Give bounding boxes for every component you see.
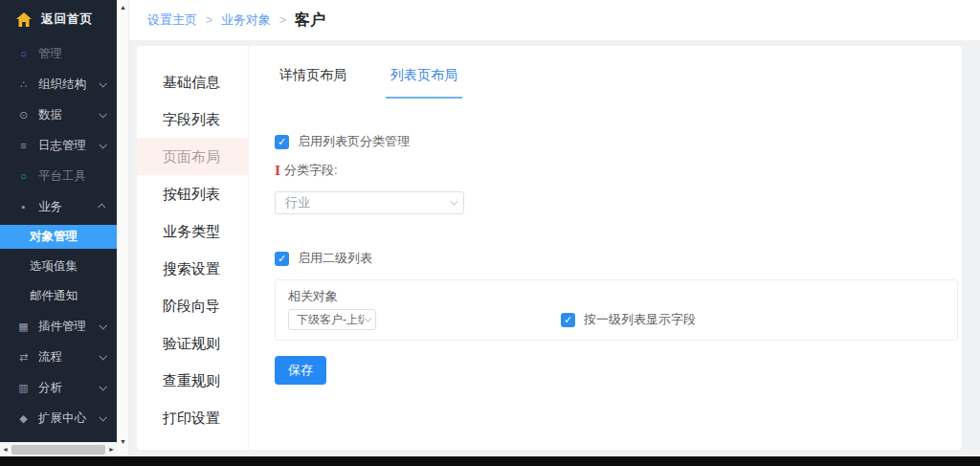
scroll-up-icon[interactable]: ▲ bbox=[117, 4, 129, 11]
sidebar-item-label: 邮件通知 bbox=[30, 288, 78, 304]
required-mark: I bbox=[275, 164, 280, 178]
menu-item-print-settings[interactable]: 打印设置 bbox=[137, 399, 248, 436]
horizontal-scrollbar[interactable]: ◄ ► bbox=[0, 442, 117, 456]
menu-item-business-type[interactable]: 业务类型 bbox=[137, 212, 248, 250]
sidebar-item-extension-center[interactable]: ◆ 扩展中心 bbox=[0, 403, 117, 433]
chevron-down-icon bbox=[99, 383, 106, 390]
menu-item-page-layout[interactable]: 页面布局 bbox=[137, 138, 248, 175]
sidebar-item-label: 业务 bbox=[38, 199, 62, 215]
back-home-label: 返回首页 bbox=[41, 11, 93, 28]
menu-item-validation-rules[interactable]: 验证规则 bbox=[137, 324, 248, 362]
sidebar-item-label: 数据 bbox=[38, 107, 62, 123]
scroll-left-icon[interactable]: ◄ bbox=[0, 446, 11, 453]
checkbox-checked-icon[interactable]: ✓ bbox=[561, 313, 575, 327]
page-title: 客户 bbox=[295, 11, 325, 31]
back-home-button[interactable]: 返回首页 bbox=[0, 0, 117, 38]
menu-item-dedupe-rules[interactable]: 查重规则 bbox=[137, 362, 248, 399]
sidebar-item-object-manage[interactable]: 对象管理 bbox=[0, 225, 117, 249]
layout-content: 详情页布局 列表页布局 ✓ 启用列表页分类管理 I 分类字段: 行业 ✓ 启用二… bbox=[249, 46, 962, 450]
save-button[interactable]: 保存 bbox=[275, 356, 326, 385]
sidebar-item-platform-tools[interactable]: ○ 平台工具 bbox=[0, 161, 117, 191]
enable-secondary-label[interactable]: 启用二级列表 bbox=[298, 250, 372, 267]
layout-tabs: 详情页布局 列表页布局 bbox=[275, 67, 958, 99]
related-object-select[interactable]: 下级客户-上级... bbox=[288, 309, 376, 330]
sidebar-item-plugin-manage[interactable]: ▦ 插件管理 bbox=[0, 311, 117, 342]
chevron-down-icon bbox=[99, 322, 106, 329]
menu-item-stage-wizard[interactable]: 阶段向导 bbox=[137, 287, 248, 324]
breadcrumb-business-object[interactable]: 业务对象 bbox=[221, 11, 271, 29]
related-object-label: 相关对象 bbox=[288, 288, 945, 305]
grid-icon: ▦ bbox=[16, 321, 31, 333]
tab-list-page-layout[interactable]: 列表页布局 bbox=[386, 67, 462, 99]
sidebar-item-manage[interactable]: ○ 管理 bbox=[0, 38, 117, 69]
enable-category-label[interactable]: 启用列表页分类管理 bbox=[298, 133, 410, 150]
sidebar-item-mail-notify[interactable]: 邮件通知 bbox=[0, 281, 117, 311]
scroll-down-icon[interactable]: ▼ bbox=[117, 438, 129, 445]
org-structure-icon: ∴ bbox=[16, 78, 31, 91]
chevron-down-icon bbox=[99, 141, 106, 148]
sidebar-item-workflow[interactable]: ⇄ 流程 bbox=[0, 342, 117, 372]
display-by-primary-label[interactable]: 按一级列表显示字段 bbox=[584, 311, 696, 328]
list-icon: ≡ bbox=[16, 140, 31, 151]
extension-icon: ◆ bbox=[16, 412, 31, 425]
related-object-box: 相关对象 下级客户-上级... ✓ 按一级列表显示字段 bbox=[275, 279, 958, 341]
sidebar-item-label: 扩展中心 bbox=[38, 411, 86, 427]
category-field-select[interactable]: 行业 bbox=[275, 191, 464, 214]
sidebar-item-label: 流程 bbox=[38, 349, 62, 366]
home-icon bbox=[16, 12, 32, 27]
tab-detail-page-layout[interactable]: 详情页布局 bbox=[275, 67, 351, 99]
breadcrumb-separator: > bbox=[279, 13, 286, 27]
sidebar-item-label: 选项值集 bbox=[30, 258, 78, 275]
briefcase-icon: ▪ bbox=[16, 201, 31, 212]
chevron-down-icon bbox=[364, 314, 371, 322]
sidebar-item-label: 分析 bbox=[38, 380, 62, 396]
breadcrumb-settings-home[interactable]: 设置主页 bbox=[147, 11, 197, 29]
scrollbar-thumb[interactable] bbox=[11, 445, 105, 455]
chart-icon: ▥ bbox=[16, 382, 31, 394]
sidebar-item-org-structure[interactable]: ∴ 组织结构 bbox=[0, 69, 117, 100]
menu-item-button-list[interactable]: 按钮列表 bbox=[137, 175, 248, 212]
checkbox-checked-icon[interactable]: ✓ bbox=[275, 252, 289, 266]
sidebar-item-label: 插件管理 bbox=[38, 319, 86, 335]
settings-menu: 基础信息 字段列表 页面布局 按钮列表 业务类型 搜索设置 阶段向导 验证规则 … bbox=[137, 46, 249, 450]
enable-category-checkbox-row: ✓ 启用列表页分类管理 bbox=[275, 133, 958, 150]
menu-item-basic-info[interactable]: 基础信息 bbox=[137, 63, 248, 100]
sidebar-item-label: 对象管理 bbox=[30, 229, 78, 245]
clock-icon: ⊙ bbox=[16, 109, 31, 122]
sidebar: 返回首页 ○ 管理 ∴ 组织结构 ⊙ 数据 ≡ 日志管理 ○ 平台工具 ▪ 业务… bbox=[0, 0, 117, 456]
scroll-right-icon[interactable]: ► bbox=[106, 446, 117, 453]
main-card: 基础信息 字段列表 页面布局 按钮列表 业务类型 搜索设置 阶段向导 验证规则 … bbox=[137, 46, 962, 450]
sidebar-item-label: 管理 bbox=[38, 46, 62, 62]
related-object-value: 下级客户-上级... bbox=[297, 312, 364, 328]
category-field-label: 分类字段: bbox=[284, 162, 338, 179]
sidebar-item-business[interactable]: ▪ 业务 bbox=[0, 191, 117, 222]
related-object-row: 下级客户-上级... ✓ 按一级列表显示字段 bbox=[288, 309, 945, 330]
sidebar-item-analysis[interactable]: ▥ 分析 bbox=[0, 372, 117, 403]
sidebar-item-log-manage[interactable]: ≡ 日志管理 bbox=[0, 130, 117, 161]
category-field-value: 行业 bbox=[285, 194, 450, 211]
circle-icon: ○ bbox=[16, 170, 31, 182]
chevron-down-icon bbox=[99, 79, 106, 87]
bottom-bar bbox=[0, 456, 980, 466]
vertical-scrollbar[interactable]: ▲ ▼ bbox=[117, 0, 129, 456]
checkbox-checked-icon[interactable]: ✓ bbox=[275, 135, 289, 149]
sidebar-item-label: 平台工具 bbox=[38, 168, 86, 185]
menu-item-search-settings[interactable]: 搜索设置 bbox=[137, 250, 248, 287]
chevron-down-icon bbox=[99, 352, 106, 360]
breadcrumb-separator: > bbox=[206, 13, 212, 27]
sidebar-item-data[interactable]: ⊙ 数据 bbox=[0, 100, 117, 130]
sidebar-item-option-value-set[interactable]: 选项值集 bbox=[0, 252, 117, 281]
enable-secondary-checkbox-row: ✓ 启用二级列表 bbox=[275, 250, 958, 267]
topbar: 设置主页 > 业务对象 > 客户 bbox=[129, 0, 980, 40]
category-field-row: I 分类字段: bbox=[275, 162, 958, 179]
chevron-down-icon bbox=[99, 110, 106, 118]
chevron-down-icon bbox=[99, 413, 106, 421]
display-by-primary-checkbox-row: ✓ 按一级列表显示字段 bbox=[561, 311, 696, 328]
flow-icon: ⇄ bbox=[16, 351, 31, 364]
circle-icon: ○ bbox=[16, 48, 31, 59]
sidebar-item-label: 组织结构 bbox=[38, 77, 86, 93]
menu-item-field-list[interactable]: 字段列表 bbox=[137, 100, 248, 138]
chevron-down-icon bbox=[450, 197, 457, 205]
sidebar-item-label: 日志管理 bbox=[38, 138, 86, 154]
chevron-up-icon bbox=[98, 203, 105, 211]
